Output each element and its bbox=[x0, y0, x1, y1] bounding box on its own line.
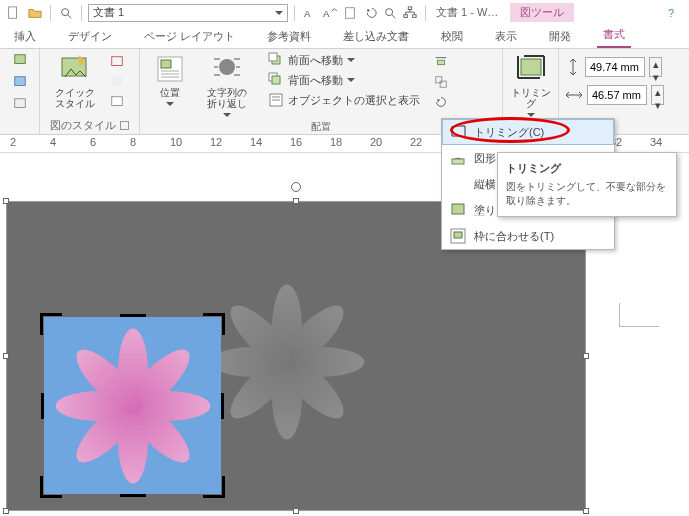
font-icon[interactable]: A bbox=[301, 4, 319, 22]
menu-fill-label: 塗り bbox=[474, 203, 496, 218]
tab-developer[interactable]: 開発 bbox=[543, 25, 577, 48]
ruler-number: 10 bbox=[170, 136, 182, 148]
width-spinner[interactable]: ▴▾ bbox=[651, 85, 664, 105]
compress-icon[interactable] bbox=[11, 95, 29, 113]
sitemap-icon[interactable] bbox=[401, 4, 419, 22]
width-input[interactable] bbox=[587, 85, 647, 105]
crop-handle[interactable] bbox=[221, 393, 224, 419]
rotate-icon[interactable] bbox=[432, 93, 450, 111]
ruler-number: 34 bbox=[650, 136, 662, 148]
tab-insert[interactable]: 挿入 bbox=[8, 25, 42, 48]
svg-rect-10 bbox=[413, 14, 417, 17]
quick-styles-button[interactable]: クイック スタイル bbox=[46, 51, 104, 109]
crop-icon bbox=[450, 124, 466, 140]
tab-review[interactable]: 校閲 bbox=[435, 25, 469, 48]
svg-rect-38 bbox=[438, 60, 445, 64]
wrap-text-button[interactable]: 文字列の 折り返し bbox=[198, 51, 256, 119]
svg-rect-11 bbox=[14, 55, 25, 64]
resize-handle[interactable] bbox=[293, 508, 299, 514]
svg-rect-17 bbox=[112, 97, 123, 106]
height-row: ▴▾ bbox=[565, 57, 662, 77]
resize-handle[interactable] bbox=[3, 198, 9, 204]
svg-point-1 bbox=[62, 8, 69, 15]
svg-rect-39 bbox=[436, 77, 442, 83]
ruler-number: 22 bbox=[410, 136, 422, 148]
ruler-number: 14 bbox=[250, 136, 262, 148]
effects-icon[interactable] bbox=[108, 73, 126, 91]
brightness-icon[interactable] bbox=[11, 51, 29, 69]
crop-button[interactable]: トリミング bbox=[509, 51, 552, 119]
tab-view[interactable]: 表示 bbox=[489, 25, 523, 48]
height-spinner[interactable]: ▴▾ bbox=[649, 57, 662, 77]
resize-handle[interactable] bbox=[583, 508, 589, 514]
svg-rect-45 bbox=[454, 232, 462, 238]
align-icon[interactable] bbox=[432, 53, 450, 71]
new-doc-icon[interactable] bbox=[4, 4, 22, 22]
color-icon[interactable] bbox=[11, 73, 29, 91]
crop-handle[interactable] bbox=[120, 494, 146, 497]
crop-handle[interactable] bbox=[203, 313, 225, 335]
tab-page-layout[interactable]: ページ レイアウト bbox=[138, 25, 241, 48]
crop-handle[interactable] bbox=[41, 393, 44, 419]
resize-handle[interactable] bbox=[3, 508, 9, 514]
open-folder-icon[interactable] bbox=[26, 4, 44, 22]
ruler-number: 12 bbox=[210, 136, 222, 148]
height-icon bbox=[565, 58, 581, 76]
svg-line-7 bbox=[392, 14, 396, 18]
ruler-number: 20 bbox=[370, 136, 382, 148]
undo-icon[interactable] bbox=[361, 4, 379, 22]
selection-pane-button[interactable]: オブジェクトの選択と表示 bbox=[266, 91, 422, 109]
position-button[interactable]: 位置 bbox=[146, 51, 194, 108]
help-button[interactable]: ? bbox=[657, 7, 685, 19]
svg-rect-16 bbox=[112, 77, 123, 86]
height-input[interactable] bbox=[585, 57, 645, 77]
selection-pane-label: オブジェクトの選択と表示 bbox=[288, 93, 420, 108]
group-icon[interactable] bbox=[432, 73, 450, 91]
tab-design[interactable]: デザイン bbox=[62, 25, 118, 48]
border-icon[interactable] bbox=[108, 53, 126, 71]
crop-label: トリミング bbox=[509, 87, 552, 109]
menu-crop[interactable]: トリミング(C) bbox=[442, 119, 614, 145]
resize-handle[interactable] bbox=[3, 353, 9, 359]
send-backward-button[interactable]: 背面へ移動 bbox=[266, 71, 422, 89]
tab-mailings[interactable]: 差し込み文書 bbox=[337, 25, 415, 48]
ruler-number: 4 bbox=[50, 136, 56, 148]
tooltip: トリミング 図をトリミングして、不要な部分を取り除きます。 bbox=[497, 152, 677, 217]
crop-handle[interactable] bbox=[203, 476, 225, 498]
svg-rect-41 bbox=[521, 59, 541, 75]
send-backward-label: 背面へ移動 bbox=[288, 73, 343, 88]
menu-crop-to-shape-label: 図形 bbox=[474, 151, 496, 166]
wrap-text-label: 文字列の 折り返し bbox=[207, 87, 247, 109]
tooltip-title: トリミング bbox=[506, 161, 668, 176]
crop-handle[interactable] bbox=[120, 314, 146, 317]
document-name-dropdown[interactable]: 文書 1 bbox=[88, 4, 288, 22]
position-label: 位置 bbox=[160, 87, 180, 98]
find-icon[interactable] bbox=[381, 4, 399, 22]
menu-crop-label: トリミング(C) bbox=[474, 125, 544, 140]
shape-icon bbox=[450, 150, 466, 166]
tab-format[interactable]: 書式 bbox=[597, 23, 631, 48]
svg-rect-40 bbox=[440, 81, 446, 87]
layout-icon[interactable] bbox=[108, 93, 126, 111]
resize-handle[interactable] bbox=[583, 353, 589, 359]
menu-fit[interactable]: 枠に合わせる(T) bbox=[442, 223, 614, 249]
document-name-text: 文書 1 bbox=[93, 5, 124, 20]
crop-handle[interactable] bbox=[40, 313, 62, 335]
tab-references[interactable]: 参考資料 bbox=[261, 25, 317, 48]
crop-handle[interactable] bbox=[40, 476, 62, 498]
svg-rect-5 bbox=[346, 7, 355, 18]
svg-text:A: A bbox=[323, 7, 330, 18]
bring-forward-button[interactable]: 前面へ移動 bbox=[266, 51, 422, 69]
tooltip-body: 図をトリミングして、不要な部分を取り除きます。 bbox=[506, 180, 668, 208]
svg-rect-0 bbox=[9, 6, 17, 17]
ruler-number: 18 bbox=[330, 136, 342, 148]
dialog-launcher-icon[interactable] bbox=[120, 121, 129, 130]
svg-point-23 bbox=[219, 59, 235, 75]
print-preview-icon[interactable] bbox=[57, 4, 75, 22]
font-size-icon[interactable]: A bbox=[321, 4, 339, 22]
resize-handle[interactable] bbox=[293, 198, 299, 204]
paste-icon[interactable] bbox=[341, 4, 359, 22]
ruler-number: 6 bbox=[90, 136, 96, 148]
crop-region[interactable] bbox=[44, 317, 221, 494]
rotate-handle[interactable] bbox=[291, 182, 301, 192]
